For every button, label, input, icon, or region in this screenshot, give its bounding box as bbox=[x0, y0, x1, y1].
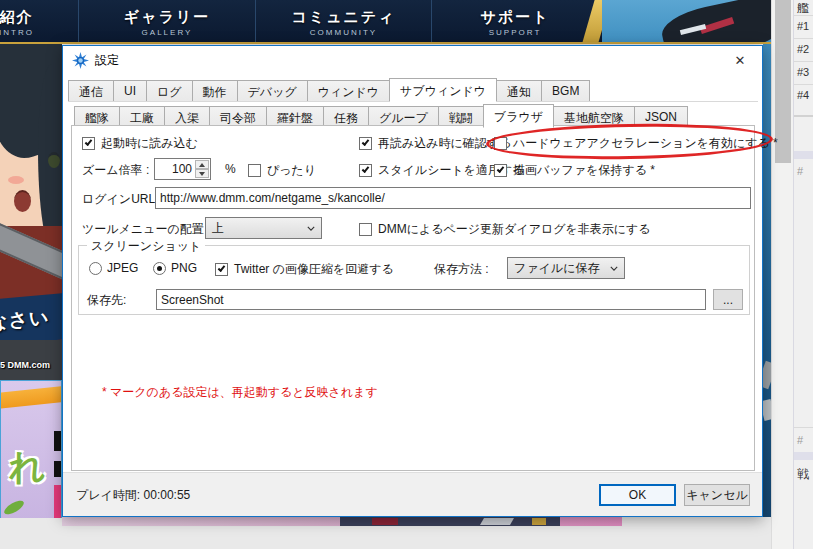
twitter-option[interactable]: Twitter の画像圧縮を回避する bbox=[215, 261, 394, 278]
login-url-label: ログインURL: bbox=[82, 191, 158, 208]
browse-button[interactable]: ... bbox=[713, 289, 743, 310]
ad-ribbon bbox=[0, 385, 62, 409]
hw-accel-checkbox[interactable] bbox=[494, 137, 507, 150]
login-banner: なさい bbox=[0, 293, 62, 345]
tab-sentou[interactable]: 戦闘 bbox=[438, 106, 484, 127]
tab-tsuuchi[interactable]: 通知 bbox=[496, 80, 542, 101]
tab-json[interactable]: JSON bbox=[634, 106, 688, 127]
save-dir-label-row: 保存先: bbox=[87, 292, 126, 309]
png-option[interactable]: PNG bbox=[153, 261, 197, 275]
tab-shireibu[interactable]: 司令部 bbox=[209, 106, 267, 127]
png-label: PNG bbox=[171, 261, 197, 275]
percent-label: % bbox=[225, 162, 236, 176]
dmm-dialog-checkbox[interactable] bbox=[359, 223, 372, 236]
tab-ui[interactable]: UI bbox=[113, 80, 147, 101]
tab-dousa[interactable]: 動作 bbox=[192, 80, 238, 101]
zoom-spinner[interactable]: 100 bbox=[154, 158, 211, 180]
highlight-band bbox=[794, 151, 813, 159]
tab-rashinban[interactable]: 羅針盤 bbox=[266, 106, 324, 127]
twitter-checkbox[interactable] bbox=[215, 263, 228, 276]
nav-item-community[interactable]: コミュニティ COMMUNITY bbox=[256, 0, 432, 44]
screenshot-group-label: スクリーンショット bbox=[87, 238, 205, 255]
tab-debug[interactable]: デバッグ bbox=[237, 80, 308, 101]
keep-buffer-option[interactable]: 描画バッファを保持する * bbox=[494, 162, 655, 179]
toolmenu-dropdown[interactable]: 上 bbox=[205, 217, 322, 239]
close-icon[interactable]: ✕ bbox=[726, 51, 754, 70]
confirm-reload-checkbox[interactable] bbox=[359, 137, 372, 150]
divider bbox=[794, 15, 813, 16]
browser-tab-content: 起動時に読み込む 再読み込み時に確認する ハードウェアアクセラレーションを有効に… bbox=[71, 125, 755, 471]
tab-kantai[interactable]: 艦隊 bbox=[74, 106, 120, 127]
game-navbar: 紹介 INTRO ギャラリー GALLERY コミュニティ COMMUNITY … bbox=[0, 0, 772, 44]
list-item[interactable]: #3 bbox=[797, 66, 809, 78]
toolmenu-label-row: ツールメニューの配置 : bbox=[82, 221, 210, 238]
navbar-sky-art bbox=[602, 0, 772, 44]
divider bbox=[794, 115, 813, 117]
nav-gallery-label: ギャラリー bbox=[124, 8, 210, 27]
character-art bbox=[48, 152, 60, 168]
zoom-row: ズーム倍率 : bbox=[82, 162, 149, 179]
scrollbar[interactable] bbox=[771, 0, 793, 549]
tab-kichikoukuutai[interactable]: 基地航空隊 bbox=[553, 106, 635, 127]
spinner-down-icon[interactable] bbox=[195, 169, 209, 178]
fit-option[interactable]: ぴったり bbox=[248, 162, 316, 179]
toolmenu-value: 上 bbox=[212, 220, 224, 237]
nav-item-support[interactable]: サポート SUPPORT bbox=[432, 0, 598, 44]
twitter-label: Twitter の画像圧縮を回避する bbox=[234, 261, 394, 278]
tab-subwindow[interactable]: サブウィンドウ bbox=[389, 78, 497, 102]
chevron-down-icon bbox=[307, 226, 315, 231]
fit-label: ぴったり bbox=[267, 162, 316, 179]
tab-log[interactable]: ログ bbox=[146, 80, 193, 101]
tab-group[interactable]: グループ bbox=[368, 106, 439, 127]
ad-banner: れ bbox=[0, 380, 62, 518]
nav-item-gallery[interactable]: ギャラリー GALLERY bbox=[79, 0, 256, 44]
ad-big-text: れ bbox=[9, 443, 46, 492]
play-time-value: 00:00:55 bbox=[144, 488, 191, 502]
png-radio[interactable] bbox=[153, 262, 166, 275]
jpeg-option[interactable]: JPEG bbox=[89, 261, 138, 275]
tab-strip-main: 通信 UI ログ 動作 デバッグ ウィンドウ サブウィンドウ 通知 BGM bbox=[68, 78, 758, 102]
tab-browser[interactable]: ブラウザ bbox=[483, 104, 554, 128]
fit-checkbox[interactable] bbox=[248, 164, 261, 177]
jpeg-radio[interactable] bbox=[89, 262, 102, 275]
list-item[interactable]: #2 bbox=[797, 43, 809, 55]
settings-dialog: 設定 ✕ 通信 UI ログ 動作 デバッグ ウィンドウ サブウィンドウ 通知 B… bbox=[62, 45, 763, 517]
tab-bgm[interactable]: BGM bbox=[541, 80, 590, 101]
browse-button-label: ... bbox=[723, 293, 733, 307]
nav-item-intro[interactable]: 紹介 INTRO bbox=[0, 0, 79, 44]
stylesheet-checkbox[interactable] bbox=[359, 164, 372, 177]
tab-tsushin[interactable]: 通信 bbox=[68, 80, 114, 101]
toolmenu-label: ツールメニューの配置 : bbox=[82, 221, 210, 238]
compass-app-icon bbox=[72, 52, 89, 69]
dialog-titlebar[interactable]: 設定 ✕ bbox=[63, 46, 762, 74]
ad-art bbox=[54, 461, 62, 477]
list-item[interactable]: #1 bbox=[797, 20, 809, 32]
nav-intro-label: 紹介 bbox=[0, 8, 34, 27]
save-method-dropdown[interactable]: ファイルに保存 bbox=[507, 257, 625, 279]
save-dir-input[interactable]: ScreenShot bbox=[156, 289, 706, 310]
load-on-start-option[interactable]: 起動時に読み込む bbox=[82, 135, 198, 152]
list-item: 戦 bbox=[797, 466, 809, 483]
load-on-start-checkbox[interactable] bbox=[82, 137, 95, 150]
hw-accel-option[interactable]: ハードウェアアクセラレーションを有効にする * bbox=[494, 135, 778, 152]
save-dir-label: 保存先: bbox=[87, 292, 126, 309]
confirm-reload-option[interactable]: 再読み込み時に確認する bbox=[359, 135, 511, 152]
cancel-button[interactable]: キャンセル bbox=[684, 484, 750, 506]
tab-ninmu[interactable]: 任務 bbox=[323, 106, 369, 127]
nav-community-label: コミュニティ bbox=[291, 8, 395, 27]
dmm-dialog-label: DMMによるページ更新ダイアログを非表示にする bbox=[378, 221, 651, 238]
keep-buffer-label: 描画バッファを保持する * bbox=[513, 162, 655, 179]
keep-buffer-checkbox[interactable] bbox=[494, 164, 507, 177]
highlight-band bbox=[794, 452, 813, 460]
list-item[interactable]: #4 bbox=[797, 89, 809, 101]
save-method-value: ファイルに保存 bbox=[514, 260, 599, 277]
login-url-input[interactable]: http://www.dmm.com/netgame_s/kancolle/ bbox=[155, 187, 751, 209]
bottom-edge-art bbox=[480, 518, 514, 525]
tab-koushou[interactable]: 工廠 bbox=[119, 106, 165, 127]
fleet-list-panel: 艦 #1 #2 #3 #4 # # 戦 bbox=[793, 0, 813, 549]
spinner-up-icon[interactable] bbox=[195, 160, 209, 169]
tab-nyuukyo[interactable]: 入渠 bbox=[164, 106, 210, 127]
ok-button[interactable]: OK bbox=[599, 484, 676, 506]
tab-window[interactable]: ウィンドウ bbox=[307, 80, 390, 101]
dmm-dialog-option[interactable]: DMMによるページ更新ダイアログを非表示にする bbox=[359, 221, 651, 238]
